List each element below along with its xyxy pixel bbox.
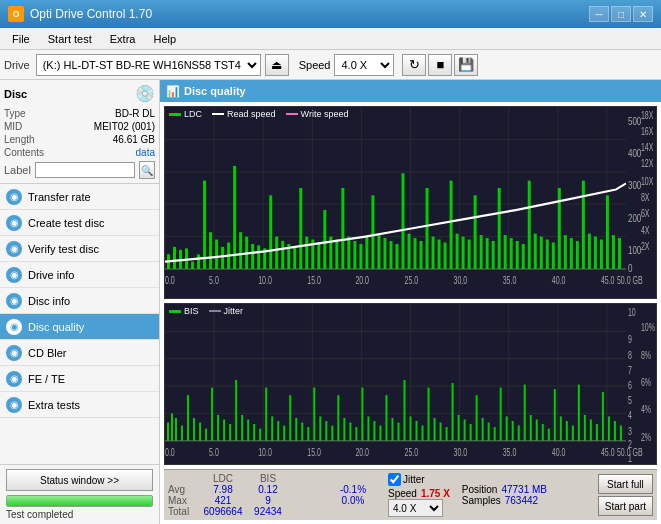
svg-text:14X: 14X xyxy=(641,142,654,154)
disc-mid-row: MID MEIT02 (001) xyxy=(4,120,155,133)
disc-type-value: BD-R DL xyxy=(115,108,155,119)
svg-rect-30 xyxy=(251,244,254,269)
nav-disc-info[interactable]: ◉ Disc info xyxy=(0,288,159,314)
speed-row: Speed 1.75 X xyxy=(388,488,450,499)
start-part-button[interactable]: Start part xyxy=(598,496,653,516)
svg-text:8%: 8% xyxy=(641,350,651,362)
svg-rect-77 xyxy=(534,234,537,269)
menu-extra[interactable]: Extra xyxy=(102,31,144,47)
speed-row-select[interactable]: 4.0 X 2.0 X 8.0 X xyxy=(388,499,443,517)
maximize-button[interactable]: □ xyxy=(611,6,631,22)
save-icon[interactable]: 💾 xyxy=(454,54,478,76)
nav-extra-tests[interactable]: ◉ Extra tests xyxy=(0,392,159,418)
content-area: 📊 Disc quality LDC Read speed xyxy=(160,80,661,524)
disc-panel: Disc 💿 Type BD-R DL MID MEIT02 (001) Len… xyxy=(0,80,159,184)
svg-rect-142 xyxy=(217,415,219,441)
svg-rect-86 xyxy=(588,234,591,269)
status-window-button[interactable]: Status window >> xyxy=(6,469,153,491)
samples-label: Samples xyxy=(462,495,501,506)
svg-rect-193 xyxy=(524,385,526,441)
svg-rect-80 xyxy=(552,242,555,269)
svg-rect-64 xyxy=(456,234,459,269)
svg-rect-76 xyxy=(528,181,531,269)
ldc-col-header: LDC xyxy=(198,473,248,484)
svg-text:45.0: 45.0 xyxy=(601,274,615,286)
svg-rect-73 xyxy=(510,238,513,269)
disc-label-btn[interactable]: 🔍 xyxy=(139,161,155,179)
disc-label-row: Label 🔍 xyxy=(4,161,155,179)
svg-rect-154 xyxy=(289,396,291,442)
svg-rect-148 xyxy=(253,424,255,441)
svg-text:15.0: 15.0 xyxy=(307,447,321,459)
svg-text:40.0: 40.0 xyxy=(552,274,566,286)
svg-text:10X: 10X xyxy=(641,176,654,188)
menu-file[interactable]: File xyxy=(4,31,38,47)
samples-row: Samples 763442 xyxy=(462,495,547,506)
svg-rect-190 xyxy=(506,417,508,441)
nav-label-disc-info: Disc info xyxy=(28,295,70,307)
nav-create-test-disc[interactable]: ◉ Create test disc xyxy=(0,210,159,236)
svg-rect-45 xyxy=(341,188,344,269)
disc-contents-row: Contents data xyxy=(4,146,155,159)
svg-text:30.0: 30.0 xyxy=(454,447,468,459)
title-bar: O Opti Drive Control 1.70 ─ □ ✕ xyxy=(0,0,661,28)
svg-text:2X: 2X xyxy=(641,240,650,252)
svg-rect-177 xyxy=(428,388,430,441)
menu-help[interactable]: Help xyxy=(145,31,184,47)
drive-select[interactable]: (K:) HL-DT-ST BD-RE WH16NS58 TST4 xyxy=(36,54,261,76)
nav-verify-test-disc[interactable]: ◉ Verify test disc xyxy=(0,236,159,262)
svg-text:40.0: 40.0 xyxy=(552,447,566,459)
sidebar: Disc 💿 Type BD-R DL MID MEIT02 (001) Len… xyxy=(0,80,160,524)
svg-rect-181 xyxy=(452,383,454,441)
nav-drive-info[interactable]: ◉ Drive info xyxy=(0,262,159,288)
svg-rect-59 xyxy=(426,188,429,269)
svg-rect-21 xyxy=(197,254,200,269)
nav-disc-quality[interactable]: ◉ Disc quality xyxy=(0,314,159,340)
drive-label: Drive xyxy=(4,59,30,71)
svg-rect-160 xyxy=(325,421,327,441)
menu-start-test[interactable]: Start test xyxy=(40,31,100,47)
svg-rect-185 xyxy=(476,396,478,442)
nav-transfer-rate[interactable]: ◉ Transfer rate xyxy=(0,184,159,210)
svg-rect-140 xyxy=(205,429,207,441)
max-label: Max xyxy=(168,495,198,506)
jitter-col-header-cell xyxy=(328,473,378,484)
nav-items: ◉ Transfer rate ◉ Create test disc ◉ Ver… xyxy=(0,184,159,464)
svg-rect-67 xyxy=(474,195,477,269)
svg-text:2%: 2% xyxy=(641,432,651,444)
svg-rect-24 xyxy=(215,240,218,269)
minimize-button[interactable]: ─ xyxy=(589,6,609,22)
svg-text:200: 200 xyxy=(628,211,642,224)
write-speed-label: Write speed xyxy=(301,109,349,119)
stop-icon[interactable]: ■ xyxy=(428,54,452,76)
disc-title: Disc xyxy=(4,88,27,100)
app-title: Opti Drive Control 1.70 xyxy=(30,7,152,21)
disc-label-label: Label xyxy=(4,164,31,176)
jitter-checkbox[interactable] xyxy=(388,473,401,486)
svg-text:45.0: 45.0 xyxy=(601,447,615,459)
speed-select[interactable]: 4.0 X 1.0 X 2.0 X 8.0 X xyxy=(334,54,394,76)
start-full-button[interactable]: Start full xyxy=(598,474,653,494)
nav-cd-bler[interactable]: ◉ CD Bler xyxy=(0,340,159,366)
bis-legend: BIS xyxy=(169,306,199,316)
eject-button[interactable]: ⏏ xyxy=(265,54,289,76)
svg-rect-195 xyxy=(536,420,538,441)
svg-rect-157 xyxy=(307,428,309,442)
nav-label-drive-info: Drive info xyxy=(28,269,74,281)
svg-rect-175 xyxy=(416,421,418,441)
svg-rect-143 xyxy=(223,420,225,441)
nav-icon-transfer-rate: ◉ xyxy=(6,189,22,205)
svg-rect-198 xyxy=(554,390,556,442)
content-header: 📊 Disc quality xyxy=(160,80,661,102)
disc-length-row: Length 46.61 GB xyxy=(4,133,155,146)
nav-fe-te[interactable]: ◉ FE / TE xyxy=(0,366,159,392)
svg-rect-79 xyxy=(546,240,549,269)
speed-row-value: 1.75 X xyxy=(421,488,450,499)
close-button[interactable]: ✕ xyxy=(633,6,653,22)
disc-header: Disc 💿 xyxy=(4,84,155,103)
svg-text:4: 4 xyxy=(628,410,632,422)
refresh-icon[interactable]: ↻ xyxy=(402,54,426,76)
svg-rect-152 xyxy=(277,421,279,441)
svg-rect-182 xyxy=(458,415,460,441)
disc-label-input[interactable] xyxy=(35,162,135,178)
